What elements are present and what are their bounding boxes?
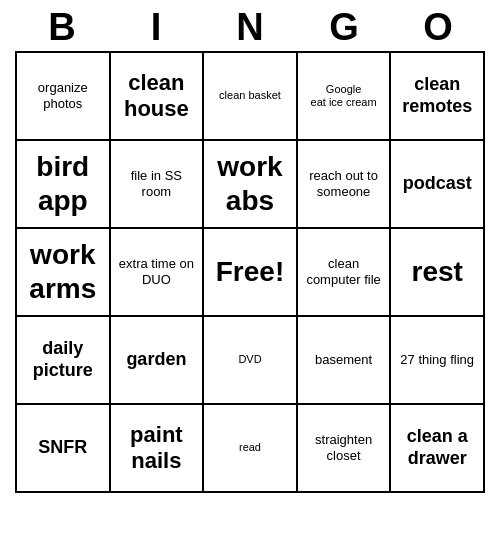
cell-text-24: clean a drawer (395, 426, 479, 469)
cell-text-8: reach out to someone (302, 168, 386, 199)
letter-b: B (22, 6, 102, 49)
bingo-grid: organize photosclean houseclean basketGo… (15, 51, 485, 493)
bingo-cell-19: 27 thing fling (391, 317, 485, 405)
bingo-cell-18: basement (298, 317, 392, 405)
cell-text-0: organize photos (21, 80, 105, 111)
cell-text-19: 27 thing fling (400, 352, 474, 368)
letter-o: O (398, 6, 478, 49)
cell-text-9: podcast (403, 173, 472, 195)
cell-text-11: extra time on DUO (115, 256, 199, 287)
bingo-cell-22: read (204, 405, 298, 493)
bingo-cell-14: rest (391, 229, 485, 317)
bingo-cell-24: clean a drawer (391, 405, 485, 493)
letter-n: N (210, 6, 290, 49)
bingo-cell-13: clean computer file (298, 229, 392, 317)
bingo-cell-12: Free! (204, 229, 298, 317)
cell-text-4: clean remotes (395, 74, 479, 117)
bingo-cell-11: extra time on DUO (111, 229, 205, 317)
bingo-cell-7: work abs (204, 141, 298, 229)
bingo-cell-9: podcast (391, 141, 485, 229)
cell-text-5: bird app (21, 150, 105, 217)
bingo-cell-16: garden (111, 317, 205, 405)
cell-text-6: file in SS room (115, 168, 199, 199)
cell-text-23: straighten closet (302, 432, 386, 463)
bingo-cell-23: straighten closet (298, 405, 392, 493)
cell-text-16: garden (126, 349, 186, 371)
cell-text-7: work abs (208, 150, 292, 217)
bingo-cell-15: daily picture (17, 317, 111, 405)
bingo-cell-3: Google eat ice cream (298, 53, 392, 141)
bingo-cell-6: file in SS room (111, 141, 205, 229)
bingo-cell-2: clean basket (204, 53, 298, 141)
cell-text-15: daily picture (21, 338, 105, 381)
cell-text-22: read (239, 441, 261, 454)
cell-text-13: clean computer file (302, 256, 386, 287)
cell-text-20: SNFR (38, 437, 87, 459)
cell-text-12: Free! (216, 255, 284, 289)
bingo-header: B I N G O (15, 0, 485, 51)
cell-text-2: clean basket (219, 89, 281, 102)
letter-i: I (116, 6, 196, 49)
bingo-cell-17: DVD (204, 317, 298, 405)
bingo-cell-4: clean remotes (391, 53, 485, 141)
cell-text-1: clean house (115, 70, 199, 123)
bingo-cell-0: organize photos (17, 53, 111, 141)
letter-g: G (304, 6, 384, 49)
bingo-cell-1: clean house (111, 53, 205, 141)
bingo-cell-8: reach out to someone (298, 141, 392, 229)
cell-text-18: basement (315, 352, 372, 368)
bingo-cell-5: bird app (17, 141, 111, 229)
bingo-cell-20: SNFR (17, 405, 111, 493)
cell-text-17: DVD (238, 353, 261, 366)
cell-text-14: rest (412, 255, 463, 289)
cell-text-10: work arms (21, 238, 105, 305)
cell-text-3: Google eat ice cream (311, 83, 377, 109)
bingo-cell-21: paint nails (111, 405, 205, 493)
bingo-cell-10: work arms (17, 229, 111, 317)
cell-text-21: paint nails (115, 422, 199, 475)
